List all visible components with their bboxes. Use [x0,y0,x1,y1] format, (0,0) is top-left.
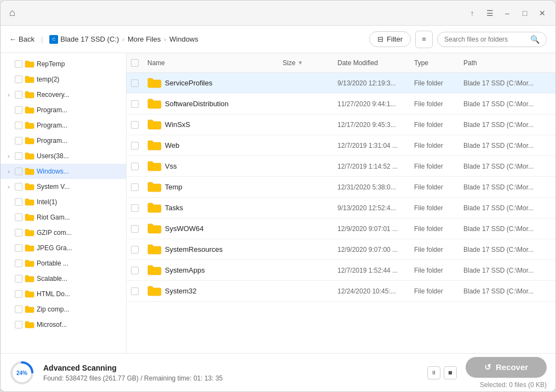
header-path-col[interactable]: Path [463,59,551,67]
header-size-col[interactable]: Size ▼ [283,59,337,67]
sidebar-item-11[interactable]: GZIP com... [1,225,126,240]
sidebar-item-8[interactable]: › System V... [1,179,126,194]
sidebar-checkbox-7[interactable] [15,168,22,175]
sidebar-checkbox-12[interactable] [15,244,22,252]
expand-icon-7[interactable]: › [5,168,13,175]
expand-icon-0[interactable] [5,60,13,68]
expand-icon-6[interactable]: › [5,152,13,160]
expand-icon-3[interactable] [5,106,13,114]
stop-button[interactable]: ⏹ [444,366,457,379]
expand-icon-17[interactable] [5,321,13,328]
search-icon[interactable]: 🔍 [530,35,540,44]
minimize-button[interactable]: – [503,9,512,18]
home-icon[interactable]: ⌂ [9,7,15,19]
row-checkbox-4[interactable] [131,163,139,170]
menu-button[interactable]: ≡ [415,31,433,48]
header-name-col[interactable]: Name [147,59,283,67]
expand-icon-15[interactable] [5,290,13,298]
file-list-scroll[interactable]: ServiceProfiles9/13/2020 12:19:3...File … [127,73,555,353]
expand-icon-16[interactable] [5,305,13,313]
recover-button[interactable]: ↺ Recover [466,357,547,378]
table-row[interactable]: SoftwareDistribution11/27/2020 9:44:1...… [127,94,555,114]
back-button[interactable]: ← Back [9,35,35,43]
sidebar-checkbox-10[interactable] [15,214,22,221]
sidebar-checkbox-14[interactable] [15,275,22,283]
table-row[interactable]: ServiceProfiles9/13/2020 12:19:3...File … [127,73,555,94]
sidebar-item-9[interactable]: Intel(1) [1,194,126,210]
sidebar-item-10[interactable]: Riot Gam... [1,210,126,225]
breadcrumb-windows[interactable]: Windows [169,35,198,43]
row-checkbox-6[interactable] [131,204,139,212]
sidebar-item-3[interactable]: Program... [1,102,126,118]
share-icon[interactable]: ↑ [468,9,477,18]
select-all-checkbox[interactable] [131,59,139,67]
pause-button[interactable]: ⏸ [427,366,440,379]
table-row[interactable]: SystemApps12/7/2019 1:52:44 ...File fold… [127,260,555,281]
row-checkbox-9[interactable] [131,267,139,274]
sidebar-checkbox-11[interactable] [15,229,22,237]
row-checkbox-7[interactable] [131,225,139,233]
expand-icon-12[interactable] [5,244,13,252]
sidebar-item-2[interactable]: › Recovery... [1,87,126,102]
sidebar-checkbox-9[interactable] [15,198,22,206]
sidebar-checkbox-6[interactable] [15,152,22,160]
sidebar-item-5[interactable]: Program... [1,133,126,148]
maximize-button[interactable]: □ [520,9,529,18]
sidebar-checkbox-3[interactable] [15,106,22,114]
menu-icon[interactable]: ☰ [485,9,494,18]
expand-icon-10[interactable] [5,214,13,221]
table-row[interactable]: Vss12/7/2019 1:14:52 ...File folderBlade… [127,156,555,177]
sidebar-checkbox-15[interactable] [15,290,22,298]
expand-icon-1[interactable] [5,76,13,83]
table-row[interactable]: Web12/7/2019 1:31:04 ...File folderBlade… [127,135,555,156]
filter-button[interactable]: ⊟ Filter [369,31,411,47]
sidebar-item-4[interactable]: Program... [1,118,126,133]
sidebar-checkbox-4[interactable] [15,122,22,129]
table-row[interactable]: SystemResources12/9/2020 9:07:00 ...File… [127,239,555,260]
table-row[interactable]: WinSxS12/17/2020 9:45:3...File folderBla… [127,114,555,135]
row-checkbox-8[interactable] [131,246,139,253]
search-input[interactable] [444,36,527,43]
sidebar-checkbox-5[interactable] [15,137,22,145]
sidebar-checkbox-17[interactable] [15,321,22,328]
row-checkbox-3[interactable] [131,142,139,149]
breadcrumb-more-files[interactable]: More Files [128,35,161,43]
sidebar-checkbox-8[interactable] [15,183,22,191]
sidebar-item-6[interactable]: › Users(38... [1,148,126,164]
breadcrumb-drive[interactable]: C Blade 17 SSD (C:) [49,35,119,44]
table-row[interactable]: System3212/24/2020 10:45:...File folderB… [127,281,555,302]
row-checkbox-0[interactable] [131,79,139,87]
sidebar-item-1[interactable]: temp(2) [1,72,126,87]
sidebar-item-7[interactable]: › Windows... [1,164,126,179]
row-checkbox-2[interactable] [131,121,139,129]
sidebar-item-16[interactable]: Zip comp... [1,302,126,317]
expand-icon-14[interactable] [5,275,13,283]
expand-icon-2[interactable]: › [5,91,13,99]
row-checkbox-5[interactable] [131,183,139,191]
sidebar-checkbox-16[interactable] [15,305,22,313]
expand-icon-11[interactable] [5,229,13,237]
sidebar-item-0[interactable]: RepTemp [1,56,126,72]
sidebar-checkbox-0[interactable] [15,60,22,68]
row-checkbox-1[interactable] [131,100,139,108]
sidebar-checkbox-1[interactable] [15,76,22,83]
expand-icon-13[interactable] [5,260,13,267]
sidebar-item-13[interactable]: Portable ... [1,256,126,271]
expand-icon-8[interactable]: › [5,183,13,191]
sidebar-checkbox-13[interactable] [15,260,22,267]
row-checkbox-10[interactable] [131,287,139,295]
table-row[interactable]: Temp12/31/2020 5:38:0...File folderBlade… [127,177,555,198]
sidebar-item-15[interactable]: HTML Do... [1,286,126,302]
sidebar-item-12[interactable]: JPEG Gra... [1,240,126,256]
header-type-col[interactable]: Type [414,59,463,67]
sidebar-checkbox-2[interactable] [15,91,22,99]
table-row[interactable]: SysWOW6412/9/2020 9:07:01 ...File folder… [127,218,555,239]
sidebar-item-14[interactable]: Scalable... [1,271,126,286]
expand-icon-9[interactable] [5,198,13,206]
expand-icon-5[interactable] [5,137,13,145]
sidebar-item-17[interactable]: Microsof... [1,317,126,332]
expand-icon-4[interactable] [5,122,13,129]
close-button[interactable]: ✕ [538,9,547,18]
header-date-col[interactable]: Date Modified [337,59,414,67]
table-row[interactable]: Tasks9/13/2020 12:52:4...File folderBlad… [127,198,555,218]
